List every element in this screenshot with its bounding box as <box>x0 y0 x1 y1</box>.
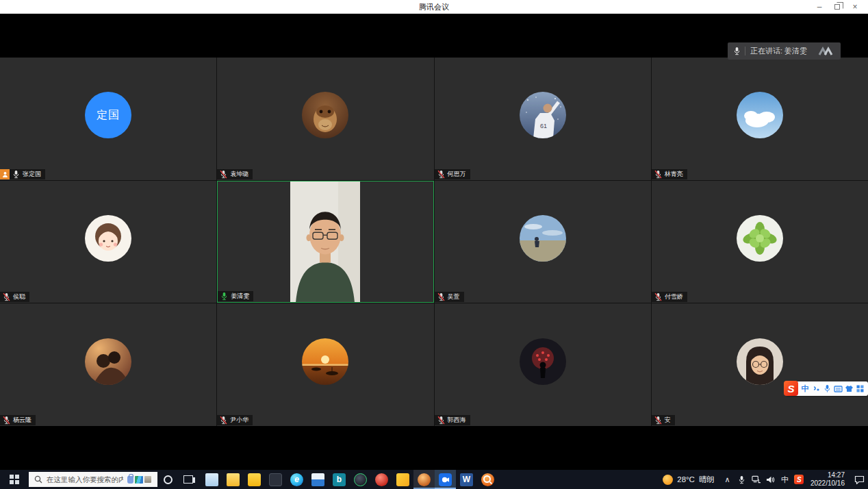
toolbox-icon[interactable] <box>856 384 865 394</box>
cortana-icon <box>164 475 173 484</box>
clock-date: 2022/10/16 <box>810 479 845 488</box>
participant-tile[interactable]: 付雪娇 <box>652 181 868 303</box>
participant-name: 杨云隆 <box>13 416 31 425</box>
restore-button[interactable] <box>828 0 846 14</box>
taskbar-app-dark-circle[interactable] <box>350 470 371 489</box>
participant-tile[interactable]: 尹小华 <box>217 303 433 426</box>
mic-speaking-icon <box>220 292 228 301</box>
yellow-app-icon <box>396 473 409 486</box>
map-icon <box>135 476 143 484</box>
participant-label: 杨云隆 <box>0 415 36 425</box>
taskbar-app-orange-search[interactable] <box>477 470 498 489</box>
taskbar-app-orange-browser[interactable] <box>413 470 435 489</box>
sogou-logo-icon[interactable]: S <box>784 381 798 396</box>
avatar-woman-glasses-photo <box>737 338 783 385</box>
participant-label: 吴萱 <box>435 292 464 302</box>
participant-tile[interactable]: 61 何思万 <box>435 58 651 180</box>
weather-widget[interactable]: 28°C 晴朗 <box>657 475 720 485</box>
network-icon[interactable] <box>749 470 763 489</box>
participant-label: 林青亮 <box>652 169 687 179</box>
taskbar-app-bing[interactable]: b <box>329 470 350 489</box>
participant-tile-active-speaker[interactable]: 姜清雯 <box>217 181 433 303</box>
ime-mode-indicator[interactable]: 中 <box>778 470 792 489</box>
speaking-indicator: 正在讲话: 姜清雯 <box>728 42 841 60</box>
participant-name: 郭西海 <box>448 416 466 425</box>
task-view-button[interactable] <box>178 470 199 489</box>
tencent-meeting-icon <box>439 473 452 486</box>
avatar: 定国 <box>85 92 131 138</box>
participant-tile[interactable]: 安 <box>652 303 868 426</box>
avatar-cartoon-girl <box>85 215 131 262</box>
avatar-jersey-photo: 61 <box>520 92 566 138</box>
participant-tile[interactable]: 杨云隆 <box>0 303 216 426</box>
notes-icon <box>248 473 261 486</box>
participant-tile[interactable]: 侯聪 <box>0 181 216 303</box>
skin-icon[interactable] <box>845 384 854 394</box>
pinned-apps: e b W <box>201 470 498 489</box>
windows-logo-icon <box>10 475 19 484</box>
taskbar-app-red-circle[interactable] <box>371 470 392 489</box>
participant-name: 侯聪 <box>13 292 25 301</box>
mic-muted-icon <box>654 170 662 179</box>
mic-muted-icon <box>220 416 227 425</box>
video-grid: 定国 张定国 <box>0 58 868 426</box>
taskbar-app-file-explorer[interactable] <box>222 470 244 489</box>
taskbar-app-word[interactable]: W <box>456 470 477 489</box>
weather-temp: 28°C <box>677 475 695 484</box>
mic-muted-icon <box>437 416 445 425</box>
mic-muted-icon <box>3 292 10 301</box>
ime-chinese-mode-button[interactable]: 中 <box>800 384 810 394</box>
participant-tile[interactable]: 吴萱 <box>435 181 651 303</box>
tray-chevron-up[interactable]: ∧ <box>720 470 735 489</box>
orange-browser-icon <box>418 473 431 486</box>
punctuation-icon[interactable] <box>811 384 821 394</box>
live-video-feed <box>290 181 360 303</box>
weather-condition: 晴朗 <box>699 475 715 485</box>
search-highlights-icons <box>127 476 151 484</box>
taskbar-app-calendar[interactable] <box>307 470 329 489</box>
minimize-button[interactable]: – <box>810 0 828 14</box>
taskbar: e b W 28°C 晴朗 ∧ <box>0 470 868 489</box>
folder-icon <box>227 473 240 486</box>
sogou-tray-icon[interactable]: S <box>792 470 806 489</box>
notification-center-button[interactable] <box>850 470 868 489</box>
taskbar-app-tencent-meeting[interactable] <box>435 470 456 489</box>
start-button[interactable] <box>0 470 29 489</box>
participant-label: 安 <box>652 415 675 425</box>
taskbar-app-mail[interactable] <box>201 470 222 489</box>
dark-circle-icon <box>354 473 367 486</box>
mic-muted-icon <box>654 416 662 425</box>
tencent-meeting-logo-icon <box>817 47 835 56</box>
taskbar-clock[interactable]: 14:27 2022/10/16 <box>806 471 850 488</box>
mic-muted-icon <box>437 292 445 301</box>
volume-icon[interactable] <box>763 470 778 489</box>
taskbar-app-yellow-square[interactable] <box>392 470 413 489</box>
avatar-sky-cloud-photo <box>737 92 783 138</box>
system-tray: 28°C 晴朗 ∧ 中 S 14:27 2022/10/16 <box>657 470 868 489</box>
keyboard-icon[interactable] <box>833 384 843 394</box>
taskbar-app-edge[interactable]: e <box>286 470 307 489</box>
bag-icon <box>127 476 133 484</box>
participant-label: 何思万 <box>435 169 470 179</box>
taskbar-app-dark-utility[interactable] <box>265 470 286 489</box>
participant-name: 付雪娇 <box>665 292 683 301</box>
voice-input-icon[interactable] <box>822 384 832 394</box>
participant-tile[interactable]: 定国 张定国 <box>0 58 216 180</box>
participant-name: 姜清雯 <box>231 292 249 301</box>
calendar-icon <box>311 473 324 486</box>
participant-tile[interactable]: 林青亮 <box>652 58 868 180</box>
clock-time: 14:27 <box>810 471 845 480</box>
avatar-initials: 定国 <box>97 108 120 123</box>
search-input[interactable] <box>47 475 123 484</box>
photo-icon <box>144 476 151 483</box>
taskbar-search-box[interactable] <box>29 472 157 487</box>
close-button[interactable]: × <box>846 0 864 14</box>
tray-mic-icon[interactable] <box>735 470 749 489</box>
taskbar-app-yellow-notes[interactable] <box>244 470 265 489</box>
search-icon <box>34 475 42 484</box>
cortana-button[interactable] <box>157 470 178 489</box>
participant-tile[interactable]: 郭西海 <box>435 303 651 426</box>
participant-tile[interactable]: 袁坤璐 <box>217 58 433 180</box>
task-view-icon <box>183 475 193 484</box>
sogou-s-badge: S <box>794 475 804 484</box>
